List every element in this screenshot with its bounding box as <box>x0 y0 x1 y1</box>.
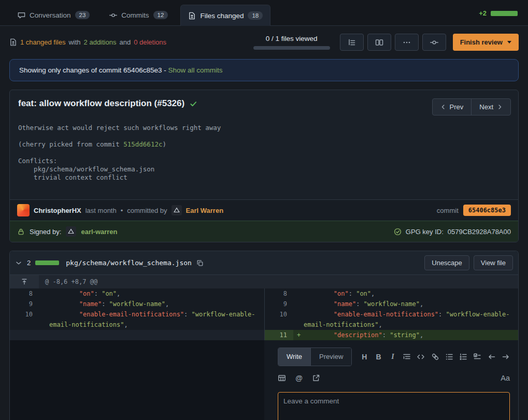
task-list-icon[interactable] <box>473 353 481 361</box>
cherry-pick-text: ) <box>162 140 166 148</box>
file-tree-button[interactable] <box>340 34 364 51</box>
diff-icon <box>188 12 196 20</box>
diff-file-actions: Unescape View file <box>424 255 513 270</box>
author-avatar[interactable] <box>17 204 30 216</box>
italic-icon[interactable]: I <box>389 352 397 362</box>
collapse-file-icon[interactable] <box>15 259 22 267</box>
preview-tab[interactable]: Preview <box>310 348 351 366</box>
commit-select-button[interactable] <box>422 34 446 51</box>
signer-avatar[interactable] <box>66 226 76 237</box>
commit-message-line: pkg/schema/workflow_schema.json <box>18 165 510 173</box>
new-code-cell: "enable-email-notifications": "workflow-… <box>293 309 518 330</box>
diff-options-button[interactable] <box>395 34 419 51</box>
diff-stat-bar <box>491 11 518 16</box>
committer-link[interactable]: Earl Warren <box>186 207 224 214</box>
lock-icon <box>17 228 25 236</box>
diff-row: 9 "name": "workflow-name", 9 "name": "wo… <box>10 299 518 309</box>
tab-files-changed[interactable]: Files changed 18 <box>180 5 270 26</box>
show-all-commits-link[interactable]: Show all commits <box>168 66 222 74</box>
gpg-key-group: GPG key ID: 0579CB2928A78A00 <box>394 228 511 236</box>
heading-icon[interactable]: H <box>360 352 368 362</box>
pr-diff-stat: +2 <box>479 9 518 25</box>
cherry-pick-text: (cherry picked from commit <box>18 140 123 148</box>
committed-by-label: committed by <box>127 207 167 214</box>
bullet-list-icon[interactable] <box>445 353 453 361</box>
tab-commits[interactable]: Commits 12 <box>102 5 175 25</box>
gpg-key-id: 0579CB2928A78A00 <box>448 228 511 236</box>
undo-arrow-icon[interactable] <box>488 353 496 361</box>
tab-conversation[interactable]: Conversation 23 <box>10 5 97 25</box>
cherry-pick-hash-link[interactable]: 515dd6612c <box>123 140 162 148</box>
commit-message-line: trivial context conflict <box>18 173 510 182</box>
next-commit-button[interactable]: Next <box>471 98 511 115</box>
files-viewed: 0 / 1 files viewed <box>253 35 330 50</box>
commit-title: feat: allow workflow description (#5326) <box>18 98 197 109</box>
new-line-number[interactable]: 10 <box>264 309 293 330</box>
code-icon[interactable] <box>417 353 425 361</box>
prev-label: Prev <box>450 103 464 111</box>
old-code-cell: "name": "workflow-name", <box>39 299 264 309</box>
view-file-button[interactable]: View file <box>474 255 513 270</box>
old-line-number[interactable]: 8 <box>10 288 39 299</box>
author-link[interactable]: ChristopherHX <box>34 207 81 214</box>
diff-view-button[interactable] <box>367 34 391 51</box>
new-code-cell: "on": "on", <box>293 288 518 299</box>
commit-sha-badge[interactable]: 65406c85e3 <box>463 205 511 216</box>
editor-toolbar: Write Preview H B I <box>278 347 510 366</box>
expand-hunk-button[interactable] <box>10 275 39 288</box>
gpg-key-label: GPG key ID: <box>406 228 444 236</box>
finish-review-label: Finish review <box>460 38 503 46</box>
table-icon[interactable] <box>278 374 286 382</box>
commit-label: commit <box>437 207 459 214</box>
commit-message-line: Otherwise act would reject such workflow… <box>18 124 510 132</box>
editor-mode-tabs: Write Preview <box>278 347 352 366</box>
finish-review-button[interactable]: Finish review <box>453 34 519 51</box>
new-code-cell-added: + "description": "string", <box>293 330 518 340</box>
commit-status-check-icon[interactable] <box>190 100 197 108</box>
chevron-right-icon <box>497 104 503 110</box>
mention-icon[interactable]: @ <box>295 373 303 383</box>
quote-icon[interactable] <box>403 353 411 361</box>
file-name: pkg/schema/workflow_schema.json <box>66 259 192 267</box>
commit-signature-row: Signed by: earl-warren GPG key ID: 0579C… <box>10 221 518 242</box>
link-icon[interactable] <box>431 353 439 361</box>
editor-toolbar-secondary: @ Aa <box>278 373 510 383</box>
file-changes-count: 2 <box>27 259 31 267</box>
conversation-icon <box>18 11 25 19</box>
unescape-button[interactable]: Unescape <box>424 255 469 270</box>
old-code-placeholder <box>39 330 264 340</box>
additions-count: 2 additions <box>84 38 117 46</box>
diff-file-header: 2 pkg/schema/workflow_schema.json Unesca… <box>10 251 518 275</box>
copy-path-icon[interactable] <box>196 259 204 267</box>
deletions-count: 0 deletions <box>134 38 166 46</box>
dropdown-caret-icon <box>507 41 511 44</box>
old-line-number[interactable]: 9 <box>10 299 39 309</box>
committer-avatar[interactable] <box>172 205 182 215</box>
old-line-number[interactable]: 10 <box>10 309 39 330</box>
tab-count-badge: 18 <box>248 11 263 20</box>
diff-summary-icon <box>9 38 17 46</box>
prev-commit-button[interactable]: Prev <box>432 98 472 115</box>
commit-title-text: feat: allow workflow description (#5326) <box>18 98 184 109</box>
write-tab[interactable]: Write <box>278 348 310 366</box>
new-line-number[interactable]: 11 <box>264 330 293 340</box>
text-mode-toggle[interactable]: Aa <box>501 373 510 383</box>
comment-textarea[interactable] <box>278 392 510 420</box>
new-line-number[interactable]: 9 <box>264 299 293 309</box>
tab-label: Commits <box>121 11 149 19</box>
pr-tab-bar: Conversation 23 Commits 12 Files changed… <box>0 0 528 26</box>
reference-icon[interactable] <box>312 374 320 382</box>
commit-box: feat: allow workflow description (#5326)… <box>9 90 519 242</box>
file-stat-bar <box>35 260 59 265</box>
new-line-number[interactable]: 8 <box>264 288 293 299</box>
signer-link[interactable]: earl-warren <box>81 228 117 236</box>
files-changed-content: 1 changed files with 2 additions and 0 d… <box>0 26 528 420</box>
redo-arrow-icon[interactable] <box>502 353 510 361</box>
numbered-list-icon[interactable] <box>459 353 467 361</box>
diff-row: 10 "enable-email-notifications": "workfl… <box>10 309 518 330</box>
commit-date: last month <box>85 207 117 214</box>
bold-icon[interactable]: B <box>375 352 383 362</box>
split-diff-table: @ -8,6 +8,7 @@ 8 "on": "on", 8 "on": "on… <box>10 275 518 420</box>
single-commit-banner: Showing only changes of commit 65406c85e… <box>9 59 519 81</box>
tab-label: Files changed <box>200 12 244 20</box>
